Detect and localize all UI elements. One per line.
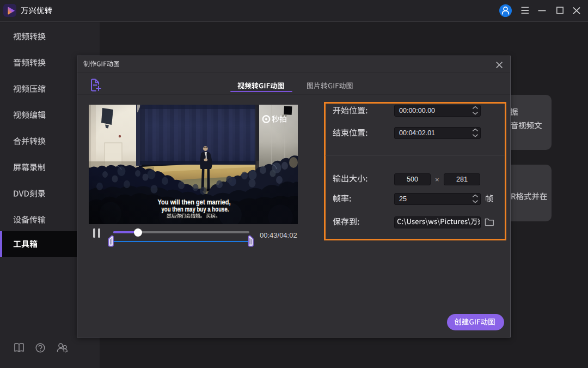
svg-text:You will then get married,: You will then get married, bbox=[158, 198, 231, 206]
svg-text:you then may buy a house.: you then may buy a house. bbox=[162, 206, 229, 213]
